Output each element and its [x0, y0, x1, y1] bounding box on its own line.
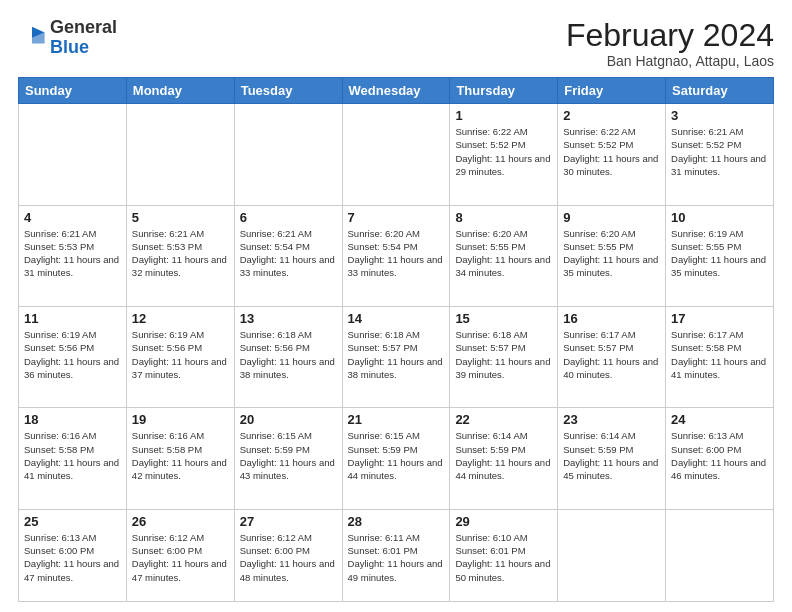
- calendar-cell: [558, 509, 666, 601]
- week-row-2: 4Sunrise: 6:21 AMSunset: 5:53 PMDaylight…: [19, 205, 774, 306]
- day-info: Sunrise: 6:21 AMSunset: 5:54 PMDaylight:…: [240, 227, 337, 280]
- calendar-cell: 11Sunrise: 6:19 AMSunset: 5:56 PMDayligh…: [19, 307, 127, 408]
- day-info: Sunrise: 6:22 AMSunset: 5:52 PMDaylight:…: [455, 125, 552, 178]
- day-number: 13: [240, 311, 337, 326]
- day-info: Sunrise: 6:19 AMSunset: 5:56 PMDaylight:…: [132, 328, 229, 381]
- week-row-4: 18Sunrise: 6:16 AMSunset: 5:58 PMDayligh…: [19, 408, 774, 509]
- calendar-cell: 4Sunrise: 6:21 AMSunset: 5:53 PMDaylight…: [19, 205, 127, 306]
- calendar-cell: 21Sunrise: 6:15 AMSunset: 5:59 PMDayligh…: [342, 408, 450, 509]
- day-info: Sunrise: 6:15 AMSunset: 5:59 PMDaylight:…: [240, 429, 337, 482]
- day-number: 2: [563, 108, 660, 123]
- calendar-cell: 13Sunrise: 6:18 AMSunset: 5:56 PMDayligh…: [234, 307, 342, 408]
- day-number: 7: [348, 210, 445, 225]
- day-info: Sunrise: 6:19 AMSunset: 5:56 PMDaylight:…: [24, 328, 121, 381]
- col-thursday: Thursday: [450, 78, 558, 104]
- day-info: Sunrise: 6:16 AMSunset: 5:58 PMDaylight:…: [132, 429, 229, 482]
- calendar-cell: [19, 104, 127, 205]
- week-row-3: 11Sunrise: 6:19 AMSunset: 5:56 PMDayligh…: [19, 307, 774, 408]
- calendar-cell: 15Sunrise: 6:18 AMSunset: 5:57 PMDayligh…: [450, 307, 558, 408]
- day-info: Sunrise: 6:21 AMSunset: 5:52 PMDaylight:…: [671, 125, 768, 178]
- calendar-cell: 8Sunrise: 6:20 AMSunset: 5:55 PMDaylight…: [450, 205, 558, 306]
- calendar-cell: 7Sunrise: 6:20 AMSunset: 5:54 PMDaylight…: [342, 205, 450, 306]
- calendar-cell: 10Sunrise: 6:19 AMSunset: 5:55 PMDayligh…: [666, 205, 774, 306]
- day-info: Sunrise: 6:13 AMSunset: 6:00 PMDaylight:…: [671, 429, 768, 482]
- day-number: 14: [348, 311, 445, 326]
- day-number: 19: [132, 412, 229, 427]
- col-tuesday: Tuesday: [234, 78, 342, 104]
- day-info: Sunrise: 6:16 AMSunset: 5:58 PMDaylight:…: [24, 429, 121, 482]
- day-number: 29: [455, 514, 552, 529]
- calendar-cell: 2Sunrise: 6:22 AMSunset: 5:52 PMDaylight…: [558, 104, 666, 205]
- logo: General Blue: [18, 18, 117, 58]
- day-info: Sunrise: 6:21 AMSunset: 5:53 PMDaylight:…: [24, 227, 121, 280]
- day-number: 10: [671, 210, 768, 225]
- day-info: Sunrise: 6:20 AMSunset: 5:54 PMDaylight:…: [348, 227, 445, 280]
- day-info: Sunrise: 6:18 AMSunset: 5:57 PMDaylight:…: [455, 328, 552, 381]
- calendar-cell: [342, 104, 450, 205]
- calendar-cell: 6Sunrise: 6:21 AMSunset: 5:54 PMDaylight…: [234, 205, 342, 306]
- day-number: 23: [563, 412, 660, 427]
- day-number: 17: [671, 311, 768, 326]
- calendar-cell: 5Sunrise: 6:21 AMSunset: 5:53 PMDaylight…: [126, 205, 234, 306]
- calendar-cell: 16Sunrise: 6:17 AMSunset: 5:57 PMDayligh…: [558, 307, 666, 408]
- day-info: Sunrise: 6:19 AMSunset: 5:55 PMDaylight:…: [671, 227, 768, 280]
- day-number: 16: [563, 311, 660, 326]
- calendar-cell: 27Sunrise: 6:12 AMSunset: 6:00 PMDayligh…: [234, 509, 342, 601]
- day-number: 8: [455, 210, 552, 225]
- day-info: Sunrise: 6:17 AMSunset: 5:58 PMDaylight:…: [671, 328, 768, 381]
- calendar-cell: 19Sunrise: 6:16 AMSunset: 5:58 PMDayligh…: [126, 408, 234, 509]
- calendar-cell: [666, 509, 774, 601]
- logo-icon: [18, 24, 46, 52]
- day-info: Sunrise: 6:14 AMSunset: 5:59 PMDaylight:…: [563, 429, 660, 482]
- day-info: Sunrise: 6:18 AMSunset: 5:56 PMDaylight:…: [240, 328, 337, 381]
- calendar-cell: 29Sunrise: 6:10 AMSunset: 6:01 PMDayligh…: [450, 509, 558, 601]
- day-number: 9: [563, 210, 660, 225]
- calendar-table: Sunday Monday Tuesday Wednesday Thursday…: [18, 77, 774, 602]
- day-info: Sunrise: 6:17 AMSunset: 5:57 PMDaylight:…: [563, 328, 660, 381]
- calendar-cell: 12Sunrise: 6:19 AMSunset: 5:56 PMDayligh…: [126, 307, 234, 408]
- page: General Blue February 2024 Ban Hatgnao, …: [0, 0, 792, 612]
- day-number: 22: [455, 412, 552, 427]
- day-number: 6: [240, 210, 337, 225]
- calendar-cell: 20Sunrise: 6:15 AMSunset: 5:59 PMDayligh…: [234, 408, 342, 509]
- day-info: Sunrise: 6:12 AMSunset: 6:00 PMDaylight:…: [240, 531, 337, 584]
- day-info: Sunrise: 6:21 AMSunset: 5:53 PMDaylight:…: [132, 227, 229, 280]
- day-number: 4: [24, 210, 121, 225]
- calendar-cell: 3Sunrise: 6:21 AMSunset: 5:52 PMDaylight…: [666, 104, 774, 205]
- day-number: 20: [240, 412, 337, 427]
- calendar-header-row: Sunday Monday Tuesday Wednesday Thursday…: [19, 78, 774, 104]
- calendar-cell: 14Sunrise: 6:18 AMSunset: 5:57 PMDayligh…: [342, 307, 450, 408]
- day-info: Sunrise: 6:13 AMSunset: 6:00 PMDaylight:…: [24, 531, 121, 584]
- day-info: Sunrise: 6:12 AMSunset: 6:00 PMDaylight:…: [132, 531, 229, 584]
- day-number: 12: [132, 311, 229, 326]
- calendar-cell: 22Sunrise: 6:14 AMSunset: 5:59 PMDayligh…: [450, 408, 558, 509]
- day-number: 3: [671, 108, 768, 123]
- col-monday: Monday: [126, 78, 234, 104]
- logo-blue: Blue: [50, 37, 89, 57]
- subtitle: Ban Hatgnao, Attapu, Laos: [566, 53, 774, 69]
- calendar-cell: [126, 104, 234, 205]
- calendar-cell: 9Sunrise: 6:20 AMSunset: 5:55 PMDaylight…: [558, 205, 666, 306]
- day-info: Sunrise: 6:14 AMSunset: 5:59 PMDaylight:…: [455, 429, 552, 482]
- calendar-cell: 1Sunrise: 6:22 AMSunset: 5:52 PMDaylight…: [450, 104, 558, 205]
- day-number: 28: [348, 514, 445, 529]
- col-saturday: Saturday: [666, 78, 774, 104]
- day-number: 5: [132, 210, 229, 225]
- title-block: February 2024 Ban Hatgnao, Attapu, Laos: [566, 18, 774, 69]
- day-number: 21: [348, 412, 445, 427]
- day-info: Sunrise: 6:11 AMSunset: 6:01 PMDaylight:…: [348, 531, 445, 584]
- calendar-cell: 17Sunrise: 6:17 AMSunset: 5:58 PMDayligh…: [666, 307, 774, 408]
- day-info: Sunrise: 6:15 AMSunset: 5:59 PMDaylight:…: [348, 429, 445, 482]
- main-title: February 2024: [566, 18, 774, 53]
- col-sunday: Sunday: [19, 78, 127, 104]
- day-info: Sunrise: 6:20 AMSunset: 5:55 PMDaylight:…: [455, 227, 552, 280]
- calendar-cell: 23Sunrise: 6:14 AMSunset: 5:59 PMDayligh…: [558, 408, 666, 509]
- calendar-cell: 18Sunrise: 6:16 AMSunset: 5:58 PMDayligh…: [19, 408, 127, 509]
- calendar-cell: [234, 104, 342, 205]
- day-number: 27: [240, 514, 337, 529]
- calendar-cell: 28Sunrise: 6:11 AMSunset: 6:01 PMDayligh…: [342, 509, 450, 601]
- day-number: 11: [24, 311, 121, 326]
- logo-general: General: [50, 17, 117, 37]
- calendar-cell: 26Sunrise: 6:12 AMSunset: 6:00 PMDayligh…: [126, 509, 234, 601]
- week-row-1: 1Sunrise: 6:22 AMSunset: 5:52 PMDaylight…: [19, 104, 774, 205]
